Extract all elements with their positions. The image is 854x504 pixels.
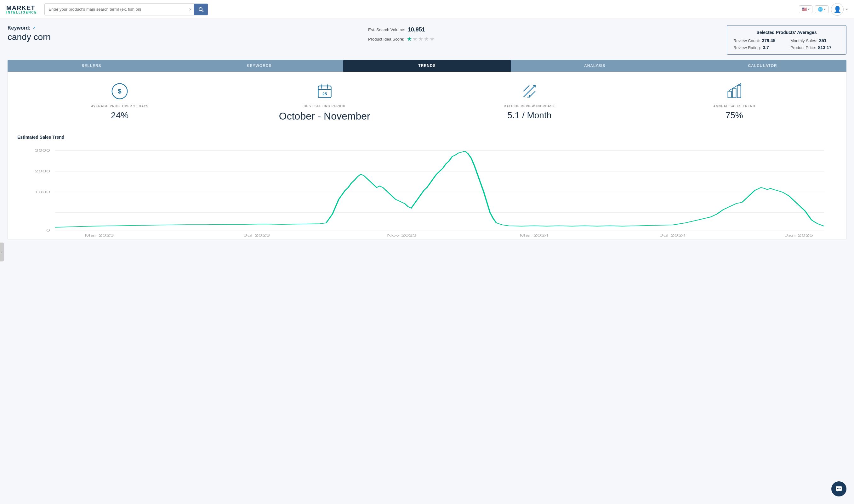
logo: MARKET INTELLIGENCE [6,5,37,14]
star-2: ★ [413,36,418,42]
review-count-label: Review Count: [733,38,760,43]
tab-sellers[interactable]: SELLERS [7,60,175,72]
bar-chart-icon [724,81,745,101]
svg-line-10 [529,91,535,97]
user-menu[interactable]: 👤 [831,3,843,16]
averages-grid: Review Count: 379.45 Monthly Sales: 351 … [733,38,840,50]
review-rate-value: 5.1 / Month [427,110,632,121]
language-selector[interactable]: 🇺🇸 ▾ [799,5,813,13]
svg-line-1 [202,11,203,12]
svg-text:1000: 1000 [35,190,50,194]
svg-text:Mar 2024: Mar 2024 [520,234,549,237]
metric-review-rate: RATE OF REVIEW INCREASE 5.1 / Month [427,81,632,122]
arrows-diagonal-icon [519,81,539,101]
tab-calculator[interactable]: CALCULATOR [679,60,847,72]
product-price-row: Product Price: $13.17 [790,45,840,50]
header-controls: 🇺🇸 ▾ 🌐 ▾ 👤 ▾ [799,3,848,16]
chart-svg: 3000 2000 1000 0 Mar 2023 Jul 2023 Nov 2… [17,145,837,239]
keyword-external-link[interactable]: ↗ [32,26,36,30]
metrics-row: $ AVERAGE PRICE OVER 90 DAYS 24% 25 [17,81,837,122]
svg-text:$: $ [118,88,122,95]
keyword-section: Keyword: ↗ candy corn Est. Search Volume… [7,25,847,55]
star-1: ★ [407,36,412,42]
calendar-icon: 25 [315,81,335,101]
svg-text:Jan 2025: Jan 2025 [785,234,813,237]
star-3: ★ [418,36,423,42]
content-area: $ AVERAGE PRICE OVER 90 DAYS 24% 25 [7,72,847,239]
svg-text:25: 25 [322,92,327,96]
avg-price-label: AVERAGE PRICE OVER 90 DAYS [17,105,222,108]
svg-text:3000: 3000 [35,149,50,152]
keyword-label-row: Keyword: ↗ [7,25,51,31]
best-period-value: October - November [222,110,427,122]
svg-text:0: 0 [46,229,50,232]
app-header: MARKET INTELLIGENCE × 🇺🇸 ▾ 🌐 ▾ 👤 ▾ [0,0,854,19]
chart-container: 3000 2000 1000 0 Mar 2023 Jul 2023 Nov 2… [17,145,837,239]
user-avatar-icon: 👤 [834,6,841,13]
tab-keywords[interactable]: KEYWORDS [175,60,343,72]
product-price-value: $13.17 [818,45,832,50]
search-volume-value: 10,951 [408,26,425,33]
monthly-sales-row: Monthly Sales: 351 [790,38,840,43]
tab-trends[interactable]: TRENDS [343,60,511,72]
idea-score-stars: ★ ★ ★ ★ ★ [407,36,435,42]
search-icon [198,7,204,12]
product-price-label: Product Price: [790,45,816,50]
logo-market: MARKET [6,5,37,11]
chart-title: Estimated Sales Trend [17,134,837,140]
monthly-sales-label: Monthly Sales: [790,38,817,43]
annual-trend-label: ANNUAL SALES TREND [632,105,837,108]
metric-annual-trend: ANNUAL SALES TREND 75% [632,81,837,122]
svg-rect-12 [728,91,731,98]
logo-intelligence: INTELLIGENCE [6,11,37,14]
region-chevron-icon: ▾ [824,7,826,11]
idea-score-label: Product Idea Score: [368,37,404,41]
svg-rect-13 [732,88,736,98]
review-rate-label: RATE OF REVIEW INCREASE [427,105,632,108]
search-button[interactable] [194,3,208,15]
us-flag-icon: 🇺🇸 [802,7,807,12]
svg-text:2000: 2000 [35,169,50,173]
averages-box: Selected Products' Averages Review Count… [727,25,847,55]
language-chevron-icon: ▾ [808,7,809,11]
sidebar-collapse-handle[interactable]: ‹ [0,242,4,246]
main-content: Keyword: ↗ candy corn Est. Search Volume… [0,19,854,246]
review-count-row: Review Count: 379.45 [733,38,783,43]
tab-bar: SELLERS KEYWORDS TRENDS ANALYSIS CALCULA… [7,60,847,72]
search-volume-label: Est. Search Volume: [368,28,405,32]
annual-trend-value: 75% [632,110,837,121]
metric-best-period: 25 BEST SELLING PERIOD October - Novembe… [222,81,427,122]
svg-rect-14 [737,85,740,97]
search-clear-icon[interactable]: × [187,7,194,12]
star-4: ★ [424,36,429,42]
search-bar: × [45,3,208,15]
keyword-stats: Est. Search Volume: 10,951 Product Idea … [368,26,435,42]
keyword-value: candy corn [7,32,51,42]
review-rating-value: 3.7 [763,45,769,50]
chart-section: Estimated Sales Trend 3000 2000 1000 0 M… [17,134,837,239]
review-count-value: 379.45 [762,38,775,43]
globe-icon: 🌐 [818,7,823,12]
dollar-circle-icon: $ [109,81,130,101]
metric-avg-price: $ AVERAGE PRICE OVER 90 DAYS 24% [17,81,222,122]
idea-score-row: Product Idea Score: ★ ★ ★ ★ ★ [368,36,435,42]
keyword-label-text: Keyword: [7,25,31,31]
svg-line-11 [524,85,530,91]
keyword-left: Keyword: ↗ candy corn [7,25,51,42]
best-period-label: BEST SELLING PERIOD [222,105,427,108]
review-rating-label: Review Rating: [733,45,761,50]
svg-text:Nov 2023: Nov 2023 [387,234,417,237]
monthly-sales-value: 351 [819,38,826,43]
averages-title: Selected Products' Averages [733,30,840,35]
search-volume-row: Est. Search Volume: 10,951 [368,26,435,33]
user-chevron-icon: ▾ [846,7,848,11]
svg-text:Jul 2023: Jul 2023 [244,234,270,237]
avg-price-value: 24% [17,110,222,121]
star-5: ★ [430,36,435,42]
search-input[interactable] [45,7,187,12]
svg-text:Mar 2023: Mar 2023 [85,234,114,237]
tab-analysis[interactable]: ANALYSIS [511,60,679,72]
svg-text:Jul 2024: Jul 2024 [660,234,686,237]
review-rating-row: Review Rating: 3.7 [733,45,783,50]
region-selector[interactable]: 🌐 ▾ [815,5,829,13]
